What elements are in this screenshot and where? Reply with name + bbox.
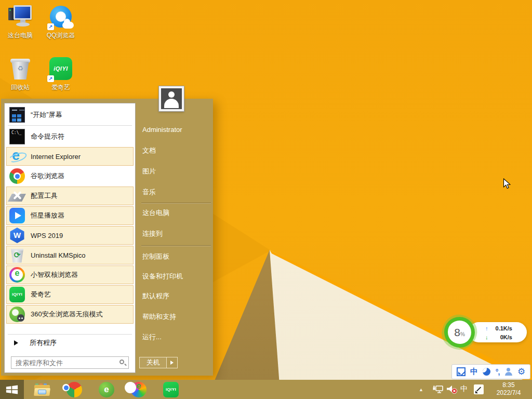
menu-link-pictures[interactable]: 图片 [142, 167, 211, 176]
download-speed: ↓ 0K/s [485, 332, 512, 342]
qq-browser-icon: ↗ [48, 4, 73, 29]
command-prompt-icon: C:\_ [9, 129, 25, 144]
taskbar: e e iQIYI ▲ 中 8:35 2022/7/4 [0, 380, 532, 399]
360-browser-icon [9, 307, 25, 322]
desktop-icon-label: QQ浏览器 [41, 31, 81, 40]
gear-icon[interactable]: ⚙ [517, 367, 525, 376]
menu-item-start-screen[interactable]: “开始”屏幕 [6, 105, 134, 124]
ime-logo-icon[interactable] [457, 367, 466, 376]
taskbar-iqiyi[interactable]: iQIYI [155, 380, 187, 399]
desktop-icon-qq-browser[interactable]: ↗ QQ浏览器 [41, 4, 81, 40]
ime-language-toggle[interactable]: 中 [470, 367, 478, 377]
menu-item-xiaozhi-browser[interactable]: e 小智双核浏览器 [6, 265, 134, 284]
menu-link-default-programs[interactable]: 默认程序 [142, 291, 211, 301]
usage-percent: 8% [444, 317, 475, 348]
desktop-icon-label: 这台电脑 [0, 31, 41, 40]
menu-item-360-browser-incognito[interactable]: 360安全浏览器无痕模式 [6, 305, 134, 324]
chrome-icon [9, 168, 25, 184]
recycle-bin-icon: ♻ [8, 56, 33, 81]
iqiyi-icon: iQIYI [163, 382, 179, 397]
iqiyi-icon: iQIYI [9, 287, 25, 302]
desktop-icon-label: 回收站 [0, 83, 41, 92]
shortcut-arrow-icon: ↗ [47, 75, 54, 82]
ime-toolbar: 中 °, ⚙ [451, 364, 530, 379]
tray-language-indicator[interactable]: 中 [460, 384, 468, 394]
menu-item-iqiyi[interactable]: iQIYI 爱奇艺 [6, 285, 134, 304]
iqiyi-icon: iQIYI ↗ [48, 56, 73, 81]
desktop-icon-recycle-bin[interactable]: ♻ 回收站 [0, 56, 41, 92]
upload-arrow-icon: ↑ [485, 325, 488, 331]
start-search-box[interactable] [11, 356, 129, 369]
network-icon[interactable] [432, 385, 444, 394]
search-icon [119, 360, 124, 364]
windows-logo-icon [5, 383, 19, 396]
taskbar-chrome[interactable] [58, 380, 90, 399]
clock-time: 8:35 [489, 381, 528, 389]
chrome-icon [66, 382, 82, 397]
shutdown-button[interactable]: 关机 [139, 357, 167, 368]
start-menu-program-list: “开始”屏幕 C:\_ 命令提示符 e Internet Explorer 谷歌… [4, 103, 136, 373]
desktop: 这台电脑 ↗ QQ浏览器 ♻ 回收站 iQIYI ↗ 爱奇艺 “开始”屏幕 [0, 0, 532, 399]
xiaozhi-browser-icon: e [9, 267, 25, 283]
net-speed-panel: ↑ 0.1K/s ↓ 0K/s + [469, 322, 527, 342]
shortcut-arrow-icon: ↗ [47, 23, 54, 30]
taskbar-clock[interactable]: 8:35 2022/7/4 [489, 381, 528, 397]
taskbar-file-explorer[interactable] [26, 380, 58, 399]
punctuation-toggle[interactable]: °, [496, 368, 500, 376]
menu-item-config-tools[interactable]: 配置工具 [6, 187, 134, 205]
user-name[interactable]: Administrator [142, 126, 211, 134]
tray-expand-icon[interactable]: ▲ [419, 387, 423, 392]
file-explorer-icon [34, 383, 50, 396]
taskbar-xiaozhi-browser[interactable]: e [123, 380, 155, 399]
menu-item-chrome[interactable]: 谷歌浏览器 [6, 167, 134, 185]
menu-separator [8, 334, 132, 335]
user-icon[interactable] [504, 368, 513, 376]
menu-separator [8, 125, 132, 126]
right-triangle-icon [14, 340, 18, 345]
clock-date: 2022/7/4 [489, 389, 528, 397]
tools-icon [9, 188, 25, 204]
menu-link-this-pc[interactable]: 这台电脑 [142, 208, 211, 218]
menu-link-run[interactable]: 运行... [142, 332, 211, 342]
menu-link-documents[interactable]: 文档 [142, 146, 211, 155]
menu-item-internet-explorer[interactable]: e Internet Explorer [6, 147, 134, 166]
start-screen-icon [9, 107, 25, 123]
media-player-icon [9, 208, 25, 223]
menu-item-command-prompt[interactable]: C:\_ 命令提示符 [6, 127, 134, 146]
menu-item-wps[interactable]: W WPS 2019 [6, 226, 134, 245]
download-arrow-icon: ↓ [485, 334, 488, 340]
menu-separator [141, 245, 211, 246]
memory-usage-ring[interactable]: 8% [444, 317, 475, 348]
fullwidth-moon-icon[interactable] [483, 368, 490, 376]
uninstall-bin-icon: ⟳ [9, 247, 25, 263]
desktop-icon-iqiyi[interactable]: iQIYI ↗ 爱奇艺 [41, 56, 81, 92]
start-menu: “开始”屏幕 C:\_ 命令提示符 e Internet Explorer 谷歌… [1, 99, 213, 376]
tray-ime-icon[interactable] [474, 384, 484, 394]
internet-explorer-icon: e [9, 149, 25, 164]
desktop-icon-label: 爱奇艺 [41, 83, 81, 92]
menu-separator [141, 203, 211, 203]
desktop-icon-this-pc[interactable]: 这台电脑 [0, 4, 41, 40]
search-input[interactable] [11, 357, 128, 368]
xiaozhi-browser-icon: e [131, 382, 147, 397]
shutdown-options-arrow[interactable] [167, 357, 178, 368]
shutdown-control: 关机 [139, 357, 178, 368]
menu-link-help-support[interactable]: 帮助和支持 [142, 312, 211, 322]
menu-link-music[interactable]: 音乐 [142, 188, 211, 197]
user-avatar[interactable] [159, 86, 184, 111]
wps-icon: W [9, 228, 25, 243]
right-triangle-icon [170, 361, 174, 365]
menu-link-devices-printers[interactable]: 设备和打印机 [142, 272, 211, 281]
menu-link-control-panel[interactable]: 控制面板 [142, 252, 211, 261]
volume-muted-icon[interactable] [446, 384, 458, 394]
360-browser-icon: e [99, 382, 114, 397]
start-button[interactable] [0, 380, 24, 399]
menu-link-connect-to[interactable]: 连接到 [142, 229, 211, 238]
all-programs-button[interactable]: 所有程序 [6, 336, 134, 350]
menu-item-uninstall-kmspico[interactable]: ⟳ Uninstall KMSpico [6, 246, 134, 264]
menu-item-stellar-player[interactable]: 恒星播放器 [6, 206, 134, 225]
this-pc-icon [8, 4, 33, 29]
taskbar-360-browser[interactable]: e [90, 380, 123, 399]
recycle-symbol-icon: ♻ [8, 64, 33, 72]
net-speed-widget[interactable]: ↑ 0.1K/s ↓ 0K/s + 8% [442, 316, 530, 349]
